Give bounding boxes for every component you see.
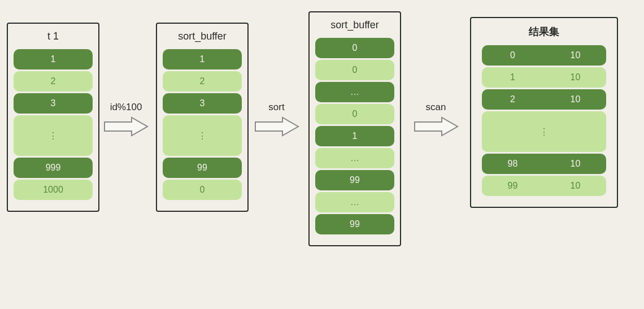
arrow-id-mod-100: id%100 bbox=[101, 102, 151, 138]
box2-row: 1 bbox=[163, 49, 242, 69]
box2-row: 99 bbox=[163, 158, 242, 178]
box4-row: 2 10 bbox=[482, 89, 606, 110]
box3-row: … bbox=[315, 82, 394, 102]
box4-row: 98 10 bbox=[482, 154, 606, 174]
box3-row: … bbox=[315, 192, 394, 212]
result-cell: 1 bbox=[482, 72, 543, 82]
box3-title: sort_buffer bbox=[330, 19, 379, 31]
result-cell: 99 bbox=[482, 181, 543, 191]
box2-row: 3 bbox=[163, 93, 242, 114]
sort-buffer-2-box: sort_buffer 0 0 … 0 1 … 99 … 99 bbox=[308, 11, 401, 246]
arrow-sort: sort bbox=[250, 102, 303, 138]
box3-row: 99 bbox=[315, 214, 394, 234]
result-cell: 10 bbox=[545, 94, 606, 105]
result-cell: 0 bbox=[482, 50, 543, 60]
box3-row: … bbox=[315, 148, 394, 168]
box1-row: 2 bbox=[14, 71, 93, 92]
result-set-box: 结果集 0 10 1 10 2 10 ⋮ 98 10 99 10 bbox=[470, 17, 618, 208]
box4-row: ⋮ bbox=[482, 111, 606, 152]
box3-row: 99 bbox=[315, 170, 394, 190]
result-cell: 98 bbox=[482, 159, 543, 169]
result-cell: 10 bbox=[545, 72, 606, 82]
box1-row: 1000 bbox=[14, 180, 93, 200]
box2-row: 2 bbox=[163, 71, 242, 92]
result-cell: ⋮ bbox=[482, 111, 606, 152]
box3-row: 0 bbox=[315, 38, 394, 58]
box3-row: 1 bbox=[315, 126, 394, 146]
box1-row: ⋮ bbox=[14, 115, 93, 156]
arrow-right-icon bbox=[414, 115, 459, 138]
result-cell: 10 bbox=[545, 159, 606, 169]
box2-title: sort_buffer bbox=[178, 31, 227, 42]
box1-row: 999 bbox=[14, 158, 93, 178]
arrow-right-icon bbox=[254, 115, 299, 138]
box4-title: 结果集 bbox=[529, 25, 559, 38]
box3-row: 0 bbox=[315, 104, 394, 124]
box3-row: 0 bbox=[315, 60, 394, 80]
arrow-scan: scan bbox=[409, 102, 463, 138]
box4-row: 1 10 bbox=[482, 67, 606, 88]
box2-row: ⋮ bbox=[163, 115, 242, 156]
sort-buffer-1-box: sort_buffer 1 2 3 ⋮ 99 0 bbox=[156, 23, 249, 212]
box4-row: 0 10 bbox=[482, 45, 606, 66]
arrow3-label: scan bbox=[426, 102, 446, 113]
arrow1-label: id%100 bbox=[110, 102, 142, 113]
box1-title: t 1 bbox=[47, 31, 59, 42]
box1-row: 3 bbox=[14, 93, 93, 114]
result-cell: 10 bbox=[545, 181, 606, 191]
arrow-right-icon bbox=[103, 115, 149, 138]
result-cell: 10 bbox=[545, 50, 606, 60]
table-t1-box: t 1 1 2 3 ⋮ 999 1000 bbox=[7, 23, 99, 212]
result-cell: 2 bbox=[482, 94, 543, 105]
box4-row: 99 10 bbox=[482, 176, 606, 196]
arrow2-label: sort bbox=[268, 102, 284, 113]
box1-row: 1 bbox=[14, 49, 93, 69]
box2-row: 0 bbox=[163, 180, 242, 200]
